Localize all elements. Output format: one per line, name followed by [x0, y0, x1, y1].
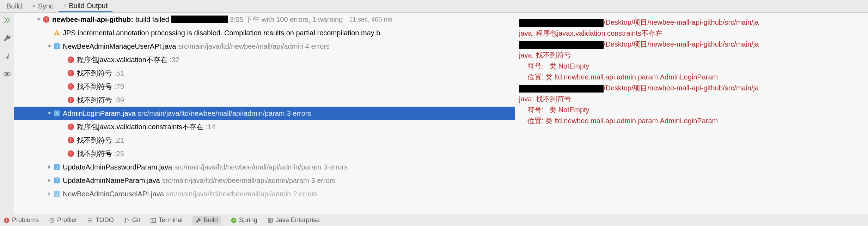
java-file-icon: J [53, 190, 61, 198]
file-row[interactable]: J UpdateAdminNameParam.java src/main/jav… [14, 174, 515, 187]
file-row[interactable]: J NewBeeAdminCarouselAPI.java src/main/j… [14, 187, 515, 201]
error-row[interactable]: 找不到符号 :79 [14, 80, 515, 93]
file-path: src/main/java/ltd/newbee/mall/api/admin/… [138, 109, 285, 118]
java-ee-button[interactable]: Java Enterprise [267, 216, 320, 224]
git-button[interactable]: Git [124, 216, 140, 224]
terminal-button[interactable]: Terminal [150, 216, 183, 224]
file-errs: 3 errors [323, 163, 348, 171]
todo-icon [87, 217, 93, 224]
close-icon[interactable]: × [32, 3, 36, 10]
err-msg: 找不到符号 [77, 149, 112, 159]
error-icon [67, 150, 75, 157]
svg-rect-17 [71, 88, 71, 89]
java-file-icon: J [53, 177, 61, 184]
rerun-icon[interactable] [3, 16, 11, 26]
error-row[interactable]: 找不到符号 :51 [14, 66, 515, 80]
error-icon [67, 56, 75, 64]
problems-button[interactable]: Problems [4, 216, 39, 224]
root-row[interactable]: newbee-mall-api-github: build failed 3:0… [14, 13, 515, 26]
jps-row[interactable]: JPS incremental annotation processing is… [14, 26, 515, 40]
svg-text:J: J [56, 112, 58, 116]
error-icon [67, 136, 75, 144]
file-name: UpdateAdminPasswordParam.java [63, 163, 172, 171]
log-line: /Desktop/项目/newbee-mall-api-github/src/m… [518, 83, 868, 94]
java-file-icon: J [53, 163, 61, 171]
error-row[interactable]: 程序包javax.validation.constraints不存在 :14 [14, 120, 515, 133]
chevron-down-icon [35, 16, 42, 23]
build-button[interactable]: Build [192, 216, 221, 225]
file-name: AdminLoginParam.java [63, 109, 136, 118]
redacted [519, 41, 604, 49]
file-name: NewBeeAdminCarouselAPI.java [63, 190, 164, 198]
tab-sync[interactable]: × Sync [27, 0, 59, 12]
svg-rect-6 [56, 34, 57, 35]
err-line: :89 [114, 96, 124, 104]
chevron-right-icon [46, 177, 53, 184]
log-line: 位置: 类 ltd.newbee.mall.api.admin.param.Ad… [518, 72, 868, 83]
build-tabs: Build: × Sync × Build Output [0, 0, 868, 13]
profiler-icon [49, 217, 55, 224]
svg-point-42 [125, 218, 126, 219]
error-row[interactable]: 找不到符号 :89 [14, 93, 515, 107]
close-icon[interactable]: × [63, 2, 67, 9]
java-file-icon: J [53, 42, 61, 50]
tab-build-output[interactable]: × Build Output [59, 0, 112, 12]
error-icon [67, 83, 75, 90]
redacted [519, 85, 604, 93]
bottom-toolbar: Problems Profiler TODO Git Terminal Buil… [0, 214, 868, 226]
jps-text: JPS incremental annotation processing is… [63, 29, 380, 37]
chevron-right-icon [46, 163, 53, 171]
error-icon [42, 16, 50, 23]
log-line: 位置: 类 ltd.newbee.mall.api.admin.param.Ad… [518, 115, 868, 126]
log-line: java: 找不到符号 [518, 50, 868, 61]
spring-button[interactable]: Spring [231, 216, 257, 224]
root-duration: 11 sec, 465 ms [349, 16, 392, 23]
git-icon [124, 217, 130, 224]
eye-icon[interactable] [3, 70, 11, 80]
file-path: src/main/java/ltd/newbee/mall/api/admin/… [174, 163, 321, 171]
root-status: build failed [135, 16, 169, 24]
file-name: NewBeeAdminManageUserAPI.java [63, 42, 176, 50]
tab-sync-label: Sync [38, 2, 53, 10]
java-file-icon: J [53, 109, 61, 117]
file-row-selected[interactable]: J AdminLoginParam.java src/main/java/ltd… [14, 107, 515, 120]
file-row[interactable]: J NewBeeAdminManageUserAPI.java src/main… [14, 40, 515, 53]
err-msg: 找不到符号 [77, 95, 112, 105]
log-line: /Desktop/项目/newbee-mall-api-github/src/m… [518, 39, 868, 50]
error-icon [67, 123, 75, 131]
svg-rect-28 [71, 142, 71, 142]
file-row[interactable]: J UpdateAdminPasswordParam.java src/main… [14, 160, 515, 174]
svg-text:J: J [56, 192, 58, 196]
svg-rect-10 [71, 58, 71, 60]
root-time: 3:05 下午 [230, 15, 259, 24]
file-path: src/main/java/ltd/newbee/mall/api/admin [178, 42, 303, 50]
error-row[interactable]: 找不到符号 :21 [14, 133, 515, 147]
pin-icon[interactable] [3, 52, 11, 62]
svg-rect-4 [46, 21, 47, 22]
log-line: 符号: 类 NotEmpty [518, 105, 868, 115]
compiler-output[interactable]: /Desktop/项目/newbee-mall-api-github/src/m… [515, 13, 868, 214]
svg-rect-20 [71, 101, 71, 102]
svg-rect-3 [46, 18, 47, 20]
wrench-icon[interactable] [3, 34, 11, 44]
svg-rect-30 [71, 152, 71, 154]
profiler-button[interactable]: Profiler [49, 216, 77, 224]
error-row[interactable]: 找不到符号 :25 [14, 147, 515, 160]
log-line: /Desktop/项目/newbee-mall-api-github/src/m… [518, 17, 868, 28]
error-icon [4, 217, 10, 224]
err-line: :25 [114, 150, 124, 158]
err-line: :51 [114, 69, 124, 77]
hammer-icon [195, 217, 202, 224]
error-icon [67, 69, 75, 77]
error-icon [67, 96, 75, 104]
svg-text:J: J [56, 44, 58, 49]
svg-rect-11 [71, 61, 71, 62]
err-line: :79 [114, 83, 124, 91]
file-errs: 4 errors [305, 42, 330, 50]
file-errs: 2 errors [293, 190, 317, 198]
svg-point-43 [125, 221, 126, 222]
todo-button[interactable]: TODO [87, 216, 114, 224]
error-row[interactable]: 程序包javax.validation不存在 :32 [14, 53, 515, 66]
build-label: Build: [3, 2, 27, 10]
build-tree: newbee-mall-api-github: build failed 3:0… [14, 13, 515, 214]
